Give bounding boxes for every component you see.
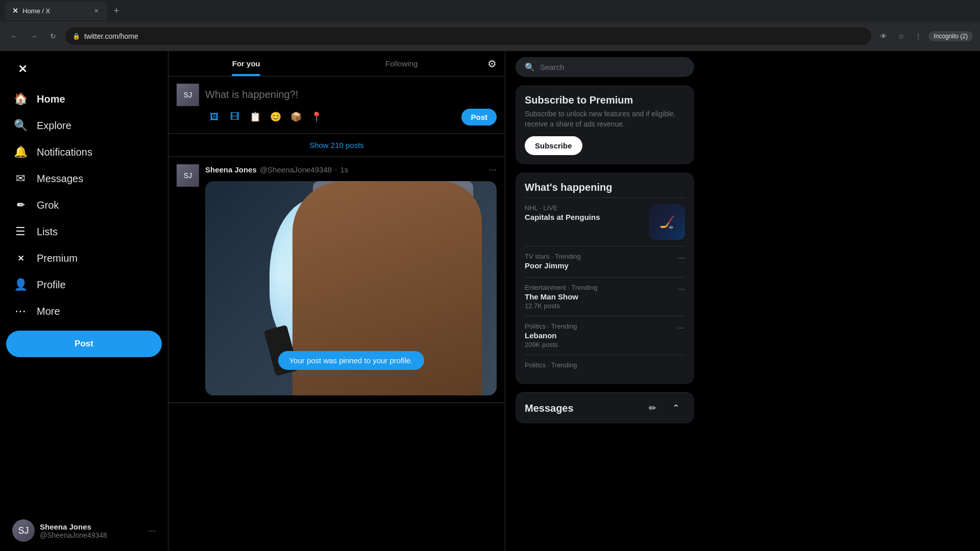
messages-footer: Messages ✏ ⌃: [516, 392, 694, 423]
app-container: ✕ 🏠 Home 🔍 Explore 🔔 Notifications ✉ Mes…: [0, 51, 980, 551]
active-tab[interactable]: ✕ Home / X ✕: [5, 2, 107, 20]
camera-icon[interactable]: 👁: [876, 29, 891, 43]
compose-right: What is happening?! 🖼 🎞 📋 😊 📦 📍 Post: [205, 84, 497, 126]
address-icon: 🔒: [72, 33, 80, 40]
sidebar-item-grok[interactable]: ✏ Grok: [6, 192, 162, 218]
compose-actions: 🖼 🎞 📋 😊 📦 📍 Post: [205, 108, 497, 126]
trend-item-lebanon[interactable]: Politics · Trending Lebanon 209K posts ·…: [525, 316, 685, 355]
back-button[interactable]: ←: [7, 29, 21, 43]
user-section[interactable]: SJ Sheena Jones @SheenaJone49348 ···: [6, 514, 162, 547]
sidebar-item-more[interactable]: ⋯ More: [6, 298, 162, 324]
trend-content-lebanon: Politics · Trending Lebanon 209K posts: [525, 322, 672, 348]
sidebar-logo[interactable]: ✕: [6, 55, 162, 84]
mail-icon: ✉: [13, 171, 28, 186]
trend-item-nhl[interactable]: NHL · LIVE Capitals at Penguins 🏒: [525, 197, 685, 246]
trend-name-nhl: Capitals at Penguins: [525, 213, 644, 221]
trend-item-jimmy[interactable]: TV stars · Trending Poor Jimmy ···: [525, 246, 685, 277]
search-icon: 🔍: [13, 118, 28, 133]
tab-following[interactable]: Following: [324, 51, 480, 76]
compose-placeholder[interactable]: What is happening?!: [205, 84, 497, 108]
browser-actions: 👁 ☆ ⋮ Incognito (2): [876, 29, 973, 43]
sidebar-item-home[interactable]: 🏠 Home: [6, 86, 162, 112]
premium-description: Subscribe to unlock new features and if …: [525, 109, 685, 129]
tweet-more-button[interactable]: ···: [489, 164, 497, 175]
browser-menu-icon[interactable]: ⋮: [911, 29, 925, 43]
compose-schedule-button[interactable]: 📦: [287, 108, 305, 126]
compose-area: SJ What is happening?! 🖼 🎞 📋 😊 📦 📍 Post: [168, 77, 505, 134]
sidebar-label-grok: Grok: [37, 199, 59, 211]
trend-category-nhl: NHL · LIVE: [525, 204, 644, 212]
messages-compose-icon[interactable]: ✏: [643, 399, 662, 417]
trend-more-manshow[interactable]: ···: [677, 284, 685, 294]
trend-category-manshow: Entertainment · Trending: [525, 284, 672, 291]
sidebar-label-lists: Lists: [37, 226, 58, 238]
address-bar[interactable]: 🔒 twitter.com/home: [65, 28, 871, 45]
tweet-item[interactable]: SJ Sheena Jones @SheenaJone49348 · 1s ··…: [168, 157, 505, 403]
browser-controls: ← → ↻ 🔒 twitter.com/home 👁 ☆ ⋮ Incognito…: [0, 21, 980, 51]
search-input[interactable]: [540, 63, 685, 71]
sidebar-user-handle: @SheenaJone49348: [40, 531, 143, 539]
search-icon: 🔍: [525, 62, 535, 72]
premium-box: Subscribe to Premium Subscribe to unlock…: [516, 85, 694, 164]
right-sidebar: 🔍 Subscribe to Premium Subscribe to unlo…: [505, 51, 704, 551]
compose-post-button[interactable]: Post: [461, 109, 497, 126]
trend-item-politics[interactable]: Politics · Trending: [525, 355, 685, 375]
tab-for-you[interactable]: For you: [168, 51, 324, 76]
more-icon: ⋯: [13, 304, 28, 318]
trend-more-lebanon[interactable]: ···: [677, 322, 685, 333]
star-icon[interactable]: ☆: [894, 29, 908, 43]
compose-emoji-button[interactable]: 😊: [266, 108, 285, 126]
tweet-dot: ·: [335, 165, 337, 174]
compose-location-button[interactable]: 📍: [307, 108, 326, 126]
person-icon: 👤: [13, 278, 28, 292]
sidebar-item-messages[interactable]: ✉ Messages: [6, 165, 162, 192]
sidebar-label-profile: Profile: [37, 279, 66, 291]
sidebar-item-lists[interactable]: ☰ Lists: [6, 218, 162, 245]
sidebar-post-button[interactable]: Post: [6, 331, 162, 357]
nhl-image-decoration: 🏒: [649, 204, 685, 240]
sidebar-item-premium[interactable]: ✕ Premium: [6, 245, 162, 271]
trend-name-jimmy: Poor Jimmy: [525, 261, 672, 270]
feed-tabs: For you Following ⚙: [168, 51, 505, 77]
trend-more-jimmy[interactable]: ···: [677, 253, 685, 263]
compose-poll-button[interactable]: 📋: [246, 108, 264, 126]
trend-name-manshow: The Man Show: [525, 292, 672, 301]
sidebar-user-name: Sheena Jones: [40, 522, 143, 531]
trend-content-manshow: Entertainment · Trending The Man Show 12…: [525, 284, 672, 310]
main-feed: For you Following ⚙ SJ What is happening…: [168, 51, 505, 551]
compose-image-button[interactable]: 🖼: [205, 108, 224, 126]
sidebar-item-notifications[interactable]: 🔔 Notifications: [6, 139, 162, 165]
tab-favicon: ✕: [12, 7, 18, 15]
bell-icon: 🔔: [13, 145, 28, 159]
trend-name-lebanon: Lebanon: [525, 331, 672, 340]
feed-settings-button[interactable]: ⚙: [479, 53, 505, 75]
sidebar-label-home: Home: [37, 93, 65, 105]
tweet-author-handle: @SheenaJone49348: [260, 165, 332, 174]
tweet-author-name: Sheena Jones: [205, 165, 257, 174]
compose-gif-button[interactable]: 🎞: [226, 108, 244, 126]
subscribe-button[interactable]: Subscribe: [525, 136, 582, 155]
trend-content-nhl: NHL · LIVE Capitals at Penguins: [525, 204, 644, 222]
trend-image-nhl: 🏒: [649, 204, 685, 240]
tab-title: Home / X: [22, 7, 50, 15]
sidebar-user-avatar: SJ: [12, 519, 35, 542]
messages-expand-icon[interactable]: ⌃: [667, 399, 685, 417]
whats-happening-panel: What's happening NHL · LIVE Capitals at …: [516, 172, 694, 384]
forward-button[interactable]: →: [27, 29, 41, 43]
tweet-image-inner: Your post was pinned to your profile.: [205, 181, 497, 395]
new-tab-button[interactable]: +: [109, 4, 124, 18]
home-icon: 🏠: [13, 92, 28, 106]
sidebar-user-info: Sheena Jones @SheenaJone49348: [40, 522, 143, 539]
incognito-badge[interactable]: Incognito (2): [928, 31, 973, 41]
tab-close-button[interactable]: ✕: [92, 7, 100, 15]
whats-happening-title: What's happening: [525, 182, 685, 193]
search-box[interactable]: 🔍: [516, 57, 694, 77]
premium-icon: ✕: [13, 251, 28, 265]
sidebar-user-more-icon[interactable]: ···: [148, 525, 156, 536]
x-logo-icon: ✕: [13, 60, 32, 79]
trend-item-manshow[interactable]: Entertainment · Trending The Man Show 12…: [525, 277, 685, 316]
show-posts-bar[interactable]: Show 210 posts: [168, 134, 505, 157]
sidebar-item-profile[interactable]: 👤 Profile: [6, 271, 162, 298]
sidebar-item-explore[interactable]: 🔍 Explore: [6, 112, 162, 139]
reload-button[interactable]: ↻: [46, 29, 60, 43]
